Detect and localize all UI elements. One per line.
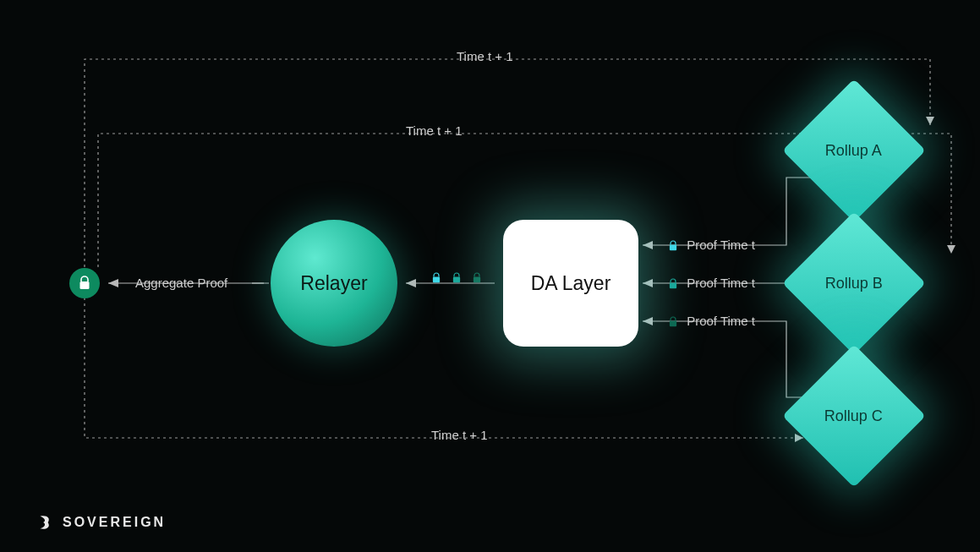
proof-time-a-label: Proof Time t: [668, 238, 755, 252]
rollup-a-node: Rollup A: [782, 79, 926, 222]
proof-time-c-label: Proof Time t: [668, 314, 755, 328]
lock-icon: [78, 276, 91, 291]
diagram-canvas: Aggregate Proof Relayer DA Layer Proof T…: [0, 0, 980, 552]
time-tp1-bot-label: Time t + 1: [431, 428, 488, 442]
time-tp1-top-label: Time t + 1: [457, 49, 513, 63]
time-tp1-mid-label: Time t + 1: [406, 123, 463, 138]
svg-rect-9: [433, 277, 440, 283]
svg-rect-14: [670, 321, 676, 327]
proof-time-text: Proof Time t: [687, 314, 755, 328]
aggregate-proof-node: [69, 268, 100, 298]
rollup-a-label: Rollup A: [825, 141, 882, 159]
svg-marker-5: [643, 241, 653, 249]
proof-time-b-label: Proof Time t: [668, 276, 755, 290]
rollup-c-node: Rollup C: [782, 344, 926, 488]
relayer-label: Relayer: [300, 272, 367, 295]
rollup-b-label: Rollup B: [825, 274, 883, 292]
brand-logo: SOVEREIGN: [36, 513, 166, 532]
proof-time-text: Proof Time t: [687, 238, 755, 252]
svg-marker-7: [643, 317, 653, 325]
lock-icon: [668, 316, 678, 328]
rollup-b-node: Rollup B: [782, 211, 926, 355]
svg-rect-13: [670, 283, 676, 289]
lock-icon: [431, 272, 441, 284]
proof-time-text: Proof Time t: [687, 276, 755, 290]
lock-icon: [668, 240, 678, 252]
lock-icon: [472, 272, 482, 284]
svg-marker-6: [643, 279, 653, 287]
brand-text: SOVEREIGN: [63, 515, 166, 530]
proof-locks-group: [431, 272, 487, 284]
svg-rect-10: [453, 277, 460, 283]
da-layer-label: DA Layer: [531, 272, 611, 295]
da-layer-node: DA Layer: [503, 220, 638, 347]
svg-rect-12: [670, 245, 676, 251]
svg-marker-0: [926, 117, 934, 125]
lock-icon: [452, 272, 462, 284]
lock-icon: [668, 278, 678, 290]
sovereign-logo-icon: [36, 513, 54, 532]
svg-rect-8: [80, 281, 90, 289]
svg-marker-3: [108, 279, 118, 287]
rollup-c-label: Rollup C: [824, 407, 883, 425]
svg-marker-4: [406, 279, 416, 287]
aggregate-proof-label: Aggregate Proof: [135, 276, 227, 290]
svg-rect-11: [474, 277, 480, 283]
svg-marker-1: [947, 245, 955, 254]
relayer-node: Relayer: [271, 220, 397, 347]
